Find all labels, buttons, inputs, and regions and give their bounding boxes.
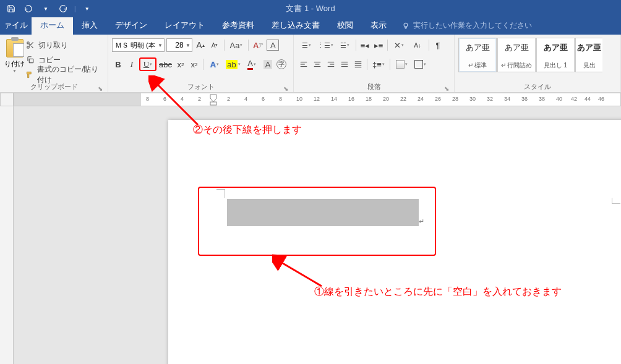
char-border-button[interactable]: A [267, 40, 279, 51]
strikethrough-button[interactable]: abc [158, 57, 173, 71]
font-size-input[interactable]: 28▼ [166, 38, 192, 52]
scissors-icon [25, 40, 35, 50]
show-marks-button[interactable]: ¶ [432, 38, 444, 52]
increase-indent-button[interactable]: ▸≡ [372, 38, 385, 52]
paragraph-mark-icon: ↵ [419, 218, 424, 226]
undo-dropdown-icon[interactable]: ▼ [40, 2, 52, 15]
qat-customize-icon[interactable]: ▼ [81, 2, 93, 15]
justify-button[interactable] [338, 57, 351, 71]
font-launcher-icon[interactable]: ⬊ [282, 83, 289, 91]
tab-view[interactable]: 表示 [362, 16, 395, 35]
svg-marker-23 [210, 95, 216, 102]
styles-group-label: スタイル [458, 81, 617, 92]
lightbulb-icon [401, 22, 410, 30]
brush-icon [25, 70, 34, 80]
paragraph-launcher-icon[interactable]: ⬊ [443, 83, 450, 91]
style-no-spacing[interactable]: あア亜 ↵ 行間詰め [497, 38, 536, 72]
paste-icon [6, 39, 24, 57]
svg-line-28 [280, 261, 322, 286]
font-color-button[interactable]: A▾ [243, 57, 260, 71]
qat-divider: | [74, 6, 76, 12]
redo-icon[interactable] [57, 2, 69, 15]
text-direction-button[interactable]: ✕▾ [390, 38, 408, 52]
tab-home[interactable]: ホーム [32, 16, 73, 35]
borders-button[interactable]: ▾ [411, 57, 429, 71]
numbering-button[interactable]: ⋮☰▾ [316, 38, 335, 52]
grow-font-button[interactable]: A▴ [194, 38, 207, 52]
distribute-button[interactable] [352, 57, 364, 71]
annotation-text-2: ②その後下線を押します [193, 124, 302, 137]
format-painter-button[interactable]: 書式のコピー/貼り付け [25, 69, 104, 81]
margin-corner-tl [216, 189, 225, 198]
clipboard-group: り付け ▼ 切り取り コピー [0, 35, 108, 92]
text-effects-button[interactable]: A▾ [206, 57, 223, 71]
svg-line-26 [156, 83, 198, 125]
document-area: ↵ [0, 106, 621, 364]
svg-line-5 [29, 44, 30, 45]
shading-button[interactable]: ▾ [393, 57, 410, 71]
annotation-arrow-2 [148, 75, 204, 131]
paste-button[interactable]: り付け ▼ [4, 36, 25, 81]
ribbon-tabs: ァイル ホーム 挿入 デザイン レイアウト 参考資料 差し込み文書 校閲 表示 … [0, 17, 621, 35]
font-size-value: 28 [175, 41, 183, 49]
style-heading1[interactable]: あア亜 見出し 1 [536, 38, 575, 72]
phonetic-guide-button[interactable]: Aア [252, 38, 265, 52]
decrease-indent-button[interactable]: ≡◂ [359, 38, 371, 52]
italic-button[interactable]: I [126, 57, 138, 71]
align-right-button[interactable] [325, 57, 337, 71]
line-spacing-button[interactable]: ‡≡▾ [370, 57, 387, 71]
char-shading-button[interactable]: A [262, 57, 274, 71]
bullets-button[interactable]: ☰▾ [298, 38, 315, 52]
page[interactable]: ↵ [168, 120, 621, 364]
svg-line-4 [32, 46, 33, 48]
ruler-area: 8 6 4 2 2 4 6 8 10 12 14 16 18 20 22 24 … [0, 93, 621, 106]
paragraph-group: ☰▾ ⋮☰▾ ☱▾ ≡◂ ▸≡ ✕▾ A↓ ¶ [294, 35, 455, 92]
annotation-text-1: ①線を引きたいところに先に「空白」を入れておきます [314, 286, 562, 298]
document-scroll[interactable]: ↵ [14, 106, 621, 364]
ruler-corner[interactable] [0, 93, 14, 106]
svg-point-0 [404, 23, 408, 27]
font-name-input[interactable]: ＭＳ 明朝 (本▼ [112, 38, 165, 52]
tell-me-label: 実行したい作業を入力してください [413, 20, 532, 31]
tell-me-search[interactable]: 実行したい作業を入力してください [401, 20, 532, 35]
selected-blank-text[interactable] [227, 199, 419, 226]
align-center-button[interactable] [311, 57, 323, 71]
tab-file[interactable]: ァイル [0, 16, 32, 35]
align-left-button[interactable] [298, 57, 310, 71]
ribbon: り付け ▼ 切り取り コピー [0, 35, 621, 93]
style-normal[interactable]: あア亜 ↵ 標準 [458, 38, 497, 72]
sort-button[interactable]: A↓ [409, 38, 426, 52]
styles-group: あア亜 ↵ 標準 あア亜 ↵ 行間詰め あア亜 見出し 1 あア亜 見出 スタイ… [455, 35, 621, 92]
enclose-char-button[interactable]: 字 [275, 57, 288, 71]
tab-layout[interactable]: レイアウト [156, 16, 213, 35]
style-heading2[interactable]: あア亜 見出 [575, 38, 602, 72]
shrink-font-button[interactable]: A▾ [208, 38, 221, 52]
tab-review[interactable]: 校閲 [328, 16, 362, 35]
tab-design[interactable]: デザイン [106, 16, 156, 35]
underline-button[interactable]: U▾ [139, 57, 156, 71]
document-title: 文書 1 - Word [286, 3, 335, 14]
change-case-button[interactable]: Aa▾ [228, 38, 245, 52]
highlight-button[interactable]: ab▾ [225, 57, 242, 71]
annotation-arrow-1 [272, 252, 328, 295]
svg-point-1 [27, 42, 30, 44]
paragraph-group-label: 段落 ⬊ [298, 81, 450, 92]
tab-insert[interactable]: 挿入 [73, 16, 106, 35]
superscript-button[interactable]: x2 [188, 57, 200, 71]
svg-rect-6 [29, 59, 33, 62]
clipboard-group-label: クリップボード ⬊ [4, 81, 104, 92]
cut-label: 切り取り [38, 40, 68, 51]
cut-button[interactable]: 切り取り [25, 39, 104, 51]
tab-mailings[interactable]: 差し込み文書 [263, 16, 328, 35]
horizontal-ruler[interactable]: 8 6 4 2 2 4 6 8 10 12 14 16 18 20 22 24 … [14, 93, 621, 106]
tab-references[interactable]: 参考資料 [213, 16, 263, 35]
clipboard-launcher-icon[interactable]: ⬊ [96, 83, 104, 91]
undo-icon[interactable] [22, 2, 35, 15]
margin-corner-tr [612, 198, 620, 204]
bold-button[interactable]: B [112, 57, 124, 71]
svg-point-2 [27, 46, 30, 49]
multilevel-list-button[interactable]: ☱▾ [336, 38, 353, 52]
quick-access-toolbar: ▼ | ▼ [0, 2, 93, 15]
subscript-button[interactable]: x2 [174, 57, 187, 71]
save-icon[interactable] [5, 2, 17, 15]
